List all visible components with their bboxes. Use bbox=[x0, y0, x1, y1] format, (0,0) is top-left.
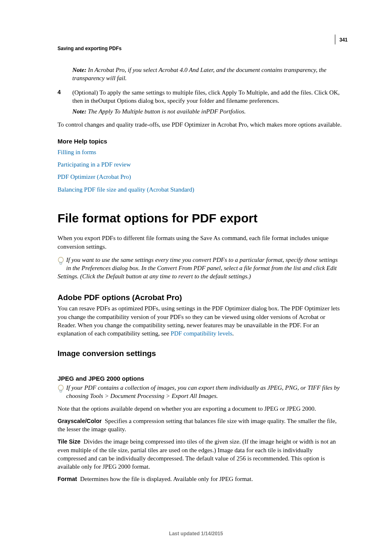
link-pdf-compatibility[interactable]: PDF compatibility levels bbox=[171, 330, 232, 337]
option-def: Determines how the file is displayed. Av… bbox=[80, 476, 253, 482]
step-4: 4 (Optional) To apply the same settings … bbox=[58, 88, 343, 105]
lightbulb-icon bbox=[58, 384, 64, 393]
heading-file-format-options: File format options for PDF export bbox=[58, 210, 343, 227]
step-text: (Optional) To apply the same settings to… bbox=[72, 88, 343, 105]
note-transparency: Note: In Acrobat Pro, if you select Acro… bbox=[72, 66, 343, 83]
intro-paragraph: When you export PDFs to different file f… bbox=[58, 234, 343, 251]
option-grayscale-color: Grayscale/Color Specifies a compression … bbox=[58, 417, 343, 434]
tip-export-images: If your PDF contains a collection of ima… bbox=[58, 384, 343, 400]
adobe-body-b: . bbox=[232, 330, 234, 337]
help-links: Filling in forms Participating in a PDF … bbox=[58, 148, 343, 194]
heading-image-conversion: Image conversion settings bbox=[58, 348, 343, 359]
footer-last-updated: Last updated 1/14/2015 bbox=[0, 530, 392, 537]
adobe-pdf-body: You can resave PDFs as optimized PDFs, u… bbox=[58, 304, 343, 338]
link-pdf-optimizer[interactable]: PDF Optimizer (Acrobat Pro) bbox=[58, 173, 343, 181]
lightbulb-icon bbox=[58, 257, 64, 266]
running-header: Saving and exporting PDFs bbox=[58, 45, 343, 52]
note-text: In Acrobat Pro, if you select Acrobat 4.… bbox=[72, 67, 327, 81]
link-pdf-review[interactable]: Participating in a PDF review bbox=[58, 160, 343, 169]
tip-text: If you want to use the same settings eve… bbox=[58, 257, 338, 280]
option-term: Format bbox=[58, 476, 77, 482]
link-filling-forms[interactable]: Filling in forms bbox=[58, 148, 343, 156]
note-label: Note: bbox=[72, 108, 86, 115]
more-help-heading: More Help topics bbox=[58, 137, 343, 146]
jpeg-availability-note: Note that the options available depend o… bbox=[58, 405, 343, 413]
svg-point-0 bbox=[58, 257, 63, 262]
page-number: 341 bbox=[339, 37, 348, 43]
heading-jpeg-options: JPEG and JPEG 2000 options bbox=[58, 375, 343, 383]
option-term: Tile Size bbox=[58, 438, 81, 445]
svg-point-1 bbox=[58, 385, 63, 391]
tip-preferences: If you want to use the same settings eve… bbox=[58, 256, 343, 281]
note-label: Note: bbox=[72, 67, 86, 73]
option-tile-size: Tile Size Divides the image being compre… bbox=[58, 437, 343, 471]
tip-text: If your PDF contains a collection of ima… bbox=[66, 384, 340, 399]
option-term: Grayscale/Color bbox=[58, 418, 101, 424]
heading-adobe-pdf-options: Adobe PDF options (Acrobat Pro) bbox=[58, 292, 343, 303]
option-def: Divides the image being compressed into … bbox=[58, 438, 336, 470]
link-balancing-size[interactable]: Balancing PDF file size and quality (Acr… bbox=[58, 185, 343, 194]
page-number-box: 341 bbox=[335, 35, 348, 44]
step-number: 4 bbox=[58, 88, 72, 105]
note-text: The Apply To Multiple button is not avai… bbox=[86, 108, 246, 115]
note-apply-multiple: Note: The Apply To Multiple button is no… bbox=[72, 107, 343, 116]
para-optimizer: To control changes and quality trade-off… bbox=[58, 120, 343, 129]
option-format: Format Determines how the file is displa… bbox=[58, 475, 343, 483]
